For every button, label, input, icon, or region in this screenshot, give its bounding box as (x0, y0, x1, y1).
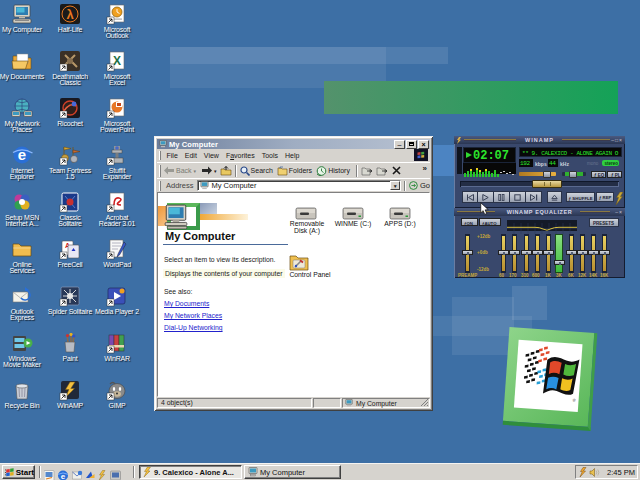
svg-text:e: e (18, 146, 26, 163)
svg-text:®: ® (572, 398, 575, 403)
svg-text:λ: λ (66, 7, 74, 22)
